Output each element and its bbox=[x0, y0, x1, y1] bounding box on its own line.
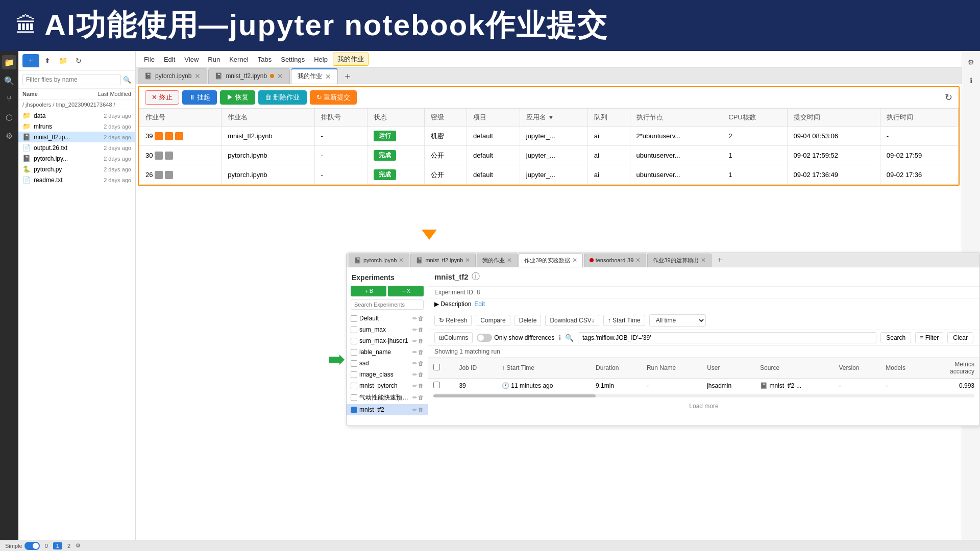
sidebar-item-data-folder[interactable]: 📁 data 2 days ago bbox=[18, 110, 135, 121]
horizontal-scrollbar[interactable] bbox=[433, 394, 974, 397]
exp-add-btn-1[interactable]: ＋B bbox=[351, 286, 386, 296]
exp-checkbox[interactable] bbox=[351, 327, 357, 333]
exp-edit-icon[interactable]: ✏ bbox=[412, 407, 417, 413]
sidebar-item-readme-txt[interactable]: 📄 readme.txt 2 days ago bbox=[18, 174, 135, 185]
col-source[interactable]: Source bbox=[755, 358, 834, 379]
menu-kernel[interactable]: Kernel bbox=[225, 54, 253, 65]
status-gear-icon[interactable]: ⚙ bbox=[76, 542, 81, 549]
info-icon[interactable]: ℹ bbox=[558, 334, 561, 342]
sidebar-item-mnist-notebook[interactable]: 📓 mnist_tf2.ip... 2 days ago bbox=[18, 132, 135, 142]
exp-delete-icon[interactable]: 🗑 bbox=[418, 383, 424, 389]
exp-checkbox[interactable] bbox=[351, 371, 357, 378]
run-row[interactable]: 39 🕐 11 minutes ago 9.1min - jhsadmin 📓 … bbox=[428, 379, 979, 393]
tab-close[interactable]: ✕ bbox=[635, 257, 641, 264]
tab-close-btn[interactable]: ✕ bbox=[277, 72, 283, 80]
exp-item-mnist-tf2[interactable]: mnist_tf2 ✏🗑 bbox=[347, 404, 428, 415]
columns-btn[interactable]: ⊞Columns bbox=[434, 332, 473, 343]
resume-button[interactable]: ▶ 恢复 bbox=[220, 90, 255, 105]
exp-item-default[interactable]: Default ✏🗑 bbox=[347, 313, 428, 324]
resubmit-button[interactable]: ↻ 重新提交 bbox=[310, 90, 357, 105]
table-row[interactable]: 30 pytorch.ipynb - 完成 公开 default jupyter… bbox=[139, 146, 959, 165]
tab-add-btn[interactable]: ＋ bbox=[339, 70, 356, 82]
left-icon-files[interactable]: 📁 bbox=[2, 55, 16, 69]
col-models[interactable]: Models bbox=[880, 358, 926, 379]
clear-button[interactable]: Clear bbox=[947, 332, 973, 343]
exp-delete-icon[interactable]: 🗑 bbox=[418, 360, 424, 367]
exp-edit-icon[interactable]: ✏ bbox=[412, 349, 417, 356]
search-button[interactable]: Search bbox=[880, 332, 911, 343]
menu-edit[interactable]: Edit bbox=[160, 54, 179, 65]
exp-checkbox[interactable] bbox=[351, 338, 357, 344]
exp-delete-icon[interactable]: 🗑 bbox=[418, 394, 424, 401]
delete-runs-btn[interactable]: Delete bbox=[514, 315, 542, 326]
mlflow-tab-experiment-data[interactable]: 作业39的实验数据 ✕ bbox=[519, 254, 582, 267]
toggle-track[interactable] bbox=[477, 334, 492, 342]
tab-close[interactable]: ✕ bbox=[507, 257, 512, 264]
exp-delete-icon[interactable]: 🗑 bbox=[418, 315, 424, 322]
tab-close[interactable]: ✕ bbox=[399, 257, 404, 264]
upload-icon[interactable]: ⬆ bbox=[41, 55, 54, 67]
exp-edit-icon[interactable]: ✏ bbox=[412, 338, 417, 344]
col-version[interactable]: Version bbox=[834, 358, 881, 379]
sidebar-item-pytorch-notebook[interactable]: 📓 pytorch.ipy... 2 days ago bbox=[18, 153, 135, 164]
left-icon-git[interactable]: ⑂ bbox=[2, 92, 16, 106]
mlflow-tab-my-jobs[interactable]: 我的作业 ✕ bbox=[477, 254, 518, 267]
exp-edit-icon[interactable]: ✏ bbox=[412, 383, 417, 389]
new-file-button[interactable]: ＋ bbox=[22, 54, 39, 67]
exp-item-sum-max-jhuser1[interactable]: sum_max-jhuser1 ✏🗑 bbox=[347, 335, 428, 346]
menu-run[interactable]: Run bbox=[204, 54, 224, 65]
edit-description-btn[interactable]: Edit bbox=[474, 300, 485, 308]
sidebar-item-pytorch-py[interactable]: 🐍 pytorch.py 2 days ago bbox=[18, 164, 135, 174]
filter-search-icon[interactable]: 🔍 bbox=[123, 76, 131, 84]
tab-pytorch-ipynb[interactable]: 📓 pytorch.ipynb ✕ bbox=[138, 68, 207, 84]
table-row[interactable]: 26 pytorch.ipynb - 完成 公开 default jupyter… bbox=[139, 165, 959, 185]
exp-delete-icon[interactable]: 🗑 bbox=[418, 327, 424, 333]
exp-edit-icon[interactable]: ✏ bbox=[412, 360, 417, 367]
left-icon-search[interactable]: 🔍 bbox=[2, 73, 16, 88]
exp-checkbox[interactable] bbox=[351, 360, 357, 367]
menu-tabs[interactable]: Tabs bbox=[254, 54, 276, 65]
menu-my-jobs[interactable]: 我的作业 bbox=[333, 53, 369, 66]
col-duration[interactable]: Duration bbox=[591, 358, 642, 379]
col-app-name[interactable]: 应用名 ▼ bbox=[520, 109, 587, 127]
exp-item-mnist-pytorch[interactable]: mnist_pytorch ✏🗑 bbox=[347, 380, 428, 391]
exp-item-lable-name[interactable]: lable_name ✏🗑 bbox=[347, 346, 428, 358]
mlflow-tab-add-btn[interactable]: ＋ bbox=[713, 255, 727, 265]
exp-item-ssd[interactable]: ssd ✏🗑 bbox=[347, 358, 428, 369]
exp-delete-icon[interactable]: 🗑 bbox=[418, 349, 424, 356]
exp-checkbox[interactable] bbox=[351, 394, 357, 401]
menu-view[interactable]: View bbox=[180, 54, 203, 65]
col-run-name[interactable]: Run Name bbox=[642, 358, 702, 379]
refresh-jobs-button[interactable]: ↻ bbox=[945, 92, 952, 103]
tab-my-jobs[interactable]: 我的作业 ✕ bbox=[291, 68, 338, 84]
refresh-sidebar-icon[interactable]: ↻ bbox=[72, 55, 85, 67]
exp-checkbox[interactable] bbox=[351, 383, 357, 389]
col-user[interactable]: User bbox=[702, 358, 755, 379]
search-runs-input[interactable] bbox=[578, 332, 876, 343]
time-range-select[interactable]: All time Last 24 hours Last 7 days bbox=[649, 314, 706, 327]
exp-item-image-class[interactable]: image_class ✏🗑 bbox=[347, 369, 428, 380]
left-icon-extensions[interactable]: ⬡ bbox=[2, 110, 16, 124]
simple-toggle-track[interactable] bbox=[24, 542, 40, 550]
exp-delete-icon[interactable]: 🗑 bbox=[418, 371, 424, 378]
exp-delete-icon[interactable]: 🗑 bbox=[418, 407, 424, 413]
load-more-text[interactable]: Load more bbox=[428, 398, 979, 414]
right-icon-info[interactable]: ℹ bbox=[964, 73, 978, 88]
search-icon[interactable]: 🔍 bbox=[565, 334, 574, 342]
table-row[interactable]: 39 mnist_tf2.ipynb - 运行 机密 default bbox=[139, 127, 959, 146]
exp-checkbox[interactable] bbox=[351, 349, 357, 356]
exp-item-qidong[interactable]: 气动性能快速预测_模型_... ✏🗑 bbox=[347, 391, 428, 404]
tab-close-btn[interactable]: ✕ bbox=[194, 72, 201, 80]
select-all-checkbox[interactable] bbox=[433, 364, 440, 370]
exp-item-sum-max[interactable]: sum_max ✏🗑 bbox=[347, 324, 428, 335]
mlflow-tab-pytorch[interactable]: 📓 pytorch.ipynb ✕ bbox=[349, 254, 409, 267]
experiment-search-input[interactable] bbox=[351, 299, 424, 310]
tab-close[interactable]: ✕ bbox=[465, 257, 470, 264]
exp-edit-icon[interactable]: ✏ bbox=[412, 394, 417, 401]
left-icon-settings[interactable]: ⚙ bbox=[2, 129, 16, 143]
filter-button[interactable]: ≡ Filter bbox=[915, 332, 943, 343]
col-name-header[interactable]: Name bbox=[22, 91, 83, 97]
col-job-id[interactable]: Job ID bbox=[454, 358, 497, 379]
exp-add-btn-2[interactable]: ＋X bbox=[388, 286, 424, 296]
download-csv-btn[interactable]: Download CSV↓ bbox=[545, 315, 599, 326]
